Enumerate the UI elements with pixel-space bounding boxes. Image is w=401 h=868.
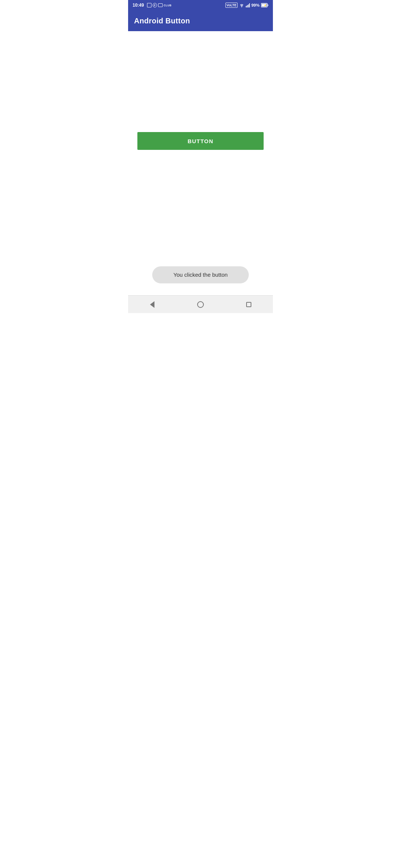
status-icons-right: VoLTE 99% ⚡ <box>225 3 268 8</box>
signal-icon <box>246 3 250 7</box>
battery-icon: ⚡ <box>261 3 268 7</box>
svg-rect-3 <box>268 4 268 6</box>
status-bar: 10:49 CLUB VoLTE 99% <box>128 0 273 10</box>
image-icon <box>158 3 163 7</box>
home-icon <box>197 301 204 308</box>
action-button[interactable]: BUTTON <box>137 132 264 150</box>
toast-container: You clicked the button <box>152 266 249 283</box>
toast-text: You clicked the button <box>173 272 228 278</box>
battery-percentage: 99% <box>251 3 260 7</box>
toast: You clicked the button <box>152 266 249 283</box>
page-wrapper: 10:49 CLUB VoLTE 99% <box>128 0 273 313</box>
nav-bar <box>128 295 273 313</box>
svg-text:⚡: ⚡ <box>264 4 267 7</box>
nav-home-button[interactable] <box>189 296 212 313</box>
app-bar: Android Button <box>128 10 273 31</box>
button-label: BUTTON <box>188 138 213 144</box>
volte-icon: VoLTE <box>225 3 238 8</box>
svg-point-0 <box>241 6 242 7</box>
nav-back-button[interactable] <box>141 296 163 313</box>
calendar-icon <box>147 3 151 7</box>
club-label: CLUB <box>164 4 172 7</box>
main-content: BUTTON You clicked the button <box>128 31 273 295</box>
recents-icon <box>246 302 251 307</box>
status-icons-left: CLUB <box>147 3 172 7</box>
app-title: Android Button <box>134 17 190 25</box>
nav-recents-button[interactable] <box>238 296 260 313</box>
wifi-icon <box>239 3 244 7</box>
parking-icon <box>153 3 157 7</box>
back-icon <box>150 301 154 308</box>
status-bar-left: 10:49 CLUB <box>133 3 172 8</box>
status-time: 10:49 <box>133 3 144 8</box>
